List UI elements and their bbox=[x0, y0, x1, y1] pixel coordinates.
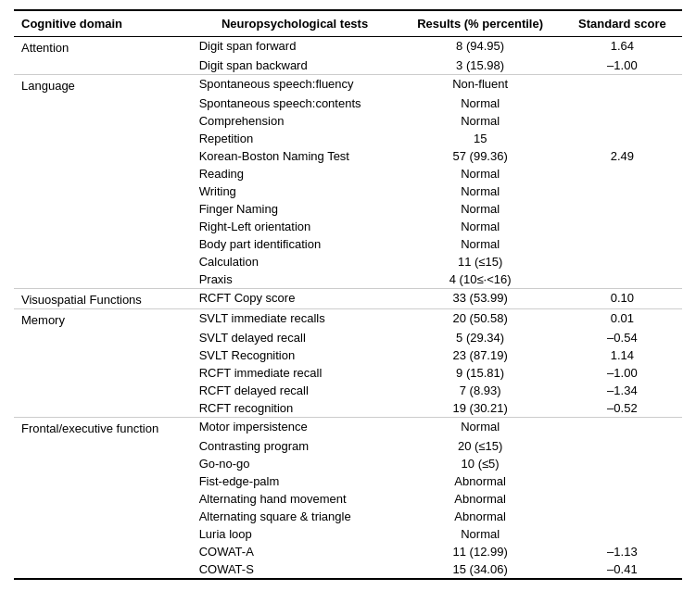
cell-test: Right-Left orientation bbox=[192, 218, 399, 235]
table-row: Korean-Boston Naming Test57 (99.36)2.49 bbox=[14, 147, 682, 165]
cell-result: 15 bbox=[399, 130, 563, 147]
cell-result: Normal bbox=[399, 525, 563, 543]
table-row: AttentionDigit span forward8 (94.95)1.64 bbox=[14, 37, 682, 57]
cell-test: Go-no-go bbox=[192, 455, 399, 472]
table-row: Alternating square & triangleAbnormal bbox=[14, 508, 682, 525]
table-row: Fist-edge-palmAbnormal bbox=[14, 472, 682, 490]
cell-domain bbox=[14, 364, 192, 382]
cell-result: Normal bbox=[399, 182, 563, 200]
cell-score bbox=[563, 75, 682, 95]
cell-test: Luria loop bbox=[192, 525, 399, 543]
cell-result: 23 (87.19) bbox=[399, 346, 563, 364]
cell-result: 7 (8.93) bbox=[399, 382, 563, 399]
table-row: Calculation11 (≤15) bbox=[14, 253, 682, 270]
col-header-domain: Cognitive domain bbox=[14, 10, 192, 37]
cell-score: 1.14 bbox=[563, 346, 682, 364]
cell-result: Abnormal bbox=[399, 490, 563, 508]
cell-test: SVLT Recognition bbox=[192, 346, 399, 364]
cell-domain bbox=[14, 399, 192, 418]
cell-domain bbox=[14, 382, 192, 399]
cell-test: COWAT-A bbox=[192, 543, 399, 560]
table-container: Cognitive domain Neuropsychological test… bbox=[0, 0, 696, 589]
cell-score: –0.41 bbox=[563, 560, 682, 579]
cell-score bbox=[563, 200, 682, 218]
cell-result: 11 (12.99) bbox=[399, 543, 563, 560]
cell-result: Abnormal bbox=[399, 508, 563, 525]
cell-result: Normal bbox=[399, 218, 563, 235]
cell-result: 9 (15.81) bbox=[399, 364, 563, 382]
table-row: Praxis4 (10≤·<16) bbox=[14, 270, 682, 289]
cell-result: Normal bbox=[399, 200, 563, 218]
cell-score bbox=[563, 235, 682, 253]
cell-test: Digit span forward bbox=[192, 37, 399, 57]
table-row: LanguageSpontaneous speech:fluencyNon-fl… bbox=[14, 75, 682, 95]
cell-result: 20 (≤15) bbox=[399, 437, 563, 455]
table-row: SVLT Recognition23 (87.19)1.14 bbox=[14, 346, 682, 364]
cell-test: COWAT-S bbox=[192, 560, 399, 579]
cell-domain: Visuospatial Functions bbox=[14, 289, 192, 309]
table-row: Contrasting program20 (≤15) bbox=[14, 437, 682, 455]
cell-result: Normal bbox=[399, 418, 563, 438]
table-row: Luria loopNormal bbox=[14, 525, 682, 543]
cell-result: Normal bbox=[399, 112, 563, 130]
col-header-tests: Neuropsychological tests bbox=[192, 10, 399, 37]
cell-domain bbox=[14, 270, 192, 289]
cell-test: RCFT delayed recall bbox=[192, 382, 399, 399]
cell-test: Calculation bbox=[192, 253, 399, 270]
cell-score bbox=[563, 253, 682, 270]
table-header-row: Cognitive domain Neuropsychological test… bbox=[14, 10, 682, 37]
cell-result: 20 (50.58) bbox=[399, 309, 563, 330]
cell-domain bbox=[14, 200, 192, 218]
cell-score: –0.54 bbox=[563, 329, 682, 346]
table-row: SVLT delayed recall5 (29.34)–0.54 bbox=[14, 329, 682, 346]
cell-score: –1.00 bbox=[563, 57, 682, 75]
table-row: RCFT delayed recall7 (8.93)–1.34 bbox=[14, 382, 682, 399]
cell-score: 0.10 bbox=[563, 289, 682, 309]
cell-domain bbox=[14, 165, 192, 182]
cell-score: –0.52 bbox=[563, 399, 682, 418]
cell-domain bbox=[14, 235, 192, 253]
cell-score: –1.00 bbox=[563, 364, 682, 382]
table-row: Alternating hand movementAbnormal bbox=[14, 490, 682, 508]
cell-test: Alternating hand movement bbox=[192, 490, 399, 508]
cell-score bbox=[563, 130, 682, 147]
cell-score bbox=[563, 472, 682, 490]
cell-test: Praxis bbox=[192, 270, 399, 289]
cell-result: 5 (29.34) bbox=[399, 329, 563, 346]
cell-domain bbox=[14, 437, 192, 455]
cell-domain bbox=[14, 560, 192, 579]
cell-result: Non-fluent bbox=[399, 75, 563, 95]
table-row: WritingNormal bbox=[14, 182, 682, 200]
cell-score bbox=[563, 270, 682, 289]
cell-test: Body part identification bbox=[192, 235, 399, 253]
cell-result: 3 (15.98) bbox=[399, 57, 563, 75]
cell-test: Motor impersistence bbox=[192, 418, 399, 438]
cell-score bbox=[563, 112, 682, 130]
cell-test: Finger Naming bbox=[192, 200, 399, 218]
cell-test: Alternating square & triangle bbox=[192, 508, 399, 525]
cell-domain bbox=[14, 112, 192, 130]
cell-domain bbox=[14, 147, 192, 165]
cell-test: Korean-Boston Naming Test bbox=[192, 147, 399, 165]
table-row: RCFT immediate recall9 (15.81)–1.00 bbox=[14, 364, 682, 382]
cell-domain bbox=[14, 94, 192, 112]
cell-domain bbox=[14, 346, 192, 364]
cell-score bbox=[563, 94, 682, 112]
cell-domain bbox=[14, 472, 192, 490]
cell-domain bbox=[14, 490, 192, 508]
cell-domain bbox=[14, 130, 192, 147]
col-header-score: Standard score bbox=[563, 10, 682, 37]
cell-domain: Language bbox=[14, 75, 192, 95]
cell-result: Normal bbox=[399, 165, 563, 182]
table-row: Go-no-go10 (≤5) bbox=[14, 455, 682, 472]
cell-test: Digit span backward bbox=[192, 57, 399, 75]
cell-score bbox=[563, 182, 682, 200]
cell-result: 15 (34.06) bbox=[399, 560, 563, 579]
cell-result: 11 (≤15) bbox=[399, 253, 563, 270]
cell-score: –1.34 bbox=[563, 382, 682, 399]
cell-test: Comprehension bbox=[192, 112, 399, 130]
table-row: ReadingNormal bbox=[14, 165, 682, 182]
table-row: Repetition15 bbox=[14, 130, 682, 147]
table-row: Digit span backward3 (15.98)–1.00 bbox=[14, 57, 682, 75]
cell-domain bbox=[14, 508, 192, 525]
